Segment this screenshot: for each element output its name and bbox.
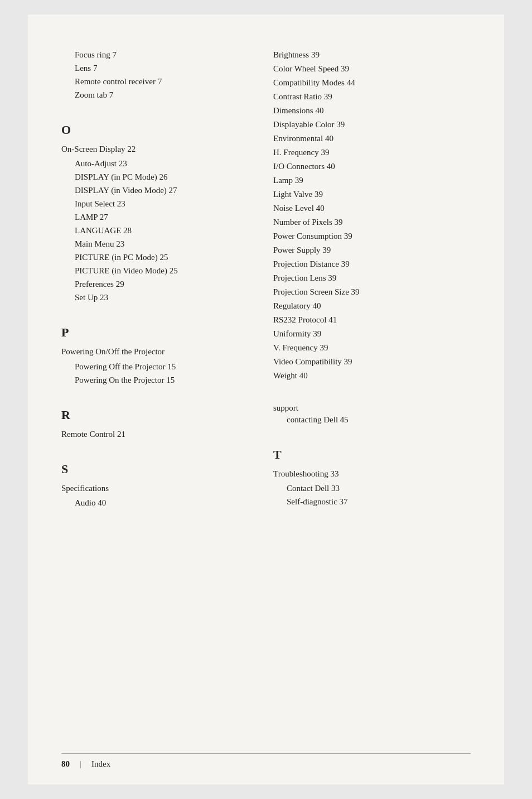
index-entry: Remote control receiver 7 (61, 75, 251, 88)
spec-entry: Projection Screen Size 39 (273, 285, 471, 299)
spec-entry: Number of Pixels 39 (273, 215, 471, 229)
footer: 80 | Index (61, 753, 471, 769)
index-entry: Powering Off the Projector 15 (61, 360, 251, 373)
spec-entry: Regulatory 40 (273, 299, 471, 312)
top-entries: Focus ring 7Lens 7Remote control receive… (61, 48, 251, 102)
t-section: TTroubleshooting 33Contact Dell 33Self-d… (273, 447, 471, 508)
section-letter: P (61, 325, 251, 340)
spec-entry: Lamp 39 (273, 174, 471, 187)
support-entries: supportcontacting Dell 45 (273, 403, 471, 426)
spec-entry: H. Frequency 39 (273, 146, 471, 159)
support-entry: contacting Dell 45 (273, 413, 471, 426)
index-entry: DISPLAY (in Video Mode) 27 (61, 184, 251, 197)
index-entry: Zoom tab 7 (61, 88, 251, 102)
top-entries-section: Focus ring 7Lens 7Remote control receive… (61, 48, 251, 102)
spec-entry: Light Valve 39 (273, 187, 471, 201)
spec-entry: Environmental 40 (273, 132, 471, 145)
left-column: Focus ring 7Lens 7Remote control receive… (61, 48, 251, 531)
spec-entry: Power Supply 39 (273, 243, 471, 257)
spec-entries-list: Brightness 39Color Wheel Speed 39Compati… (273, 48, 471, 382)
index-entry: PICTURE (in Video Mode) 25 (61, 264, 251, 277)
index-entry: Powering On the Projector 15 (61, 373, 251, 387)
spec-entry: V. Frequency 39 (273, 341, 471, 354)
page: Focus ring 7Lens 7Remote control receive… (28, 15, 504, 784)
spec-entry: Uniformity 39 (273, 327, 471, 340)
index-entry: DISPLAY (in PC Mode) 26 (61, 170, 251, 184)
spec-entry: RS232 Protocol 41 (273, 313, 471, 326)
index-entry: Main Menu 23 (61, 237, 251, 251)
spec-entry: Video Compatibility 39 (273, 355, 471, 368)
index-entry: Specifications (61, 482, 251, 495)
index-entry: Preferences 29 (61, 277, 251, 291)
spec-entry: Color Wheel Speed 39 (273, 62, 471, 75)
section-letter: R (61, 408, 251, 422)
spec-entry: Projection Distance 39 (273, 257, 471, 271)
spec-entry: Compatibility Modes 44 (273, 76, 471, 89)
section-letter: O (61, 123, 251, 137)
spec-entries-section: Brightness 39Color Wheel Speed 39Compati… (273, 48, 471, 382)
spec-entry: I/O Connectors 40 (273, 160, 471, 173)
support-section: supportcontacting Dell 45 (273, 403, 471, 426)
index-entry: Lens 7 (61, 61, 251, 75)
support-label: support (273, 403, 471, 413)
right-column: Brightness 39Color Wheel Speed 39Compati… (273, 48, 471, 531)
index-section-p: PPowering On/Off the ProjectorPowering O… (61, 325, 251, 386)
index-entry: LAMP 27 (61, 210, 251, 224)
index-entry: Powering On/Off the Projector (61, 345, 251, 358)
index-entry: Self-diagnostic 37 (273, 495, 471, 508)
index-entry: PICTURE (in PC Mode) 25 (61, 251, 251, 264)
index-section-r: RRemote Control 21 (61, 408, 251, 441)
footer-label: Index (91, 759, 110, 769)
index-content: Focus ring 7Lens 7Remote control receive… (61, 48, 471, 531)
index-entry: Auto-Adjust 23 (61, 157, 251, 170)
index-entry: Contact Dell 33 (273, 482, 471, 495)
spec-entry: Power Consumption 39 (273, 229, 471, 243)
index-entry: On-Screen Display 22 (61, 143, 251, 156)
index-entry: Audio 40 (61, 496, 251, 509)
index-entry: Troubleshooting 33 (273, 468, 471, 480)
spec-entry: Brightness 39 (273, 48, 471, 61)
index-section-o: OOn-Screen Display 22Auto-Adjust 23DISPL… (61, 123, 251, 304)
index-entry: Remote Control 21 (61, 428, 251, 441)
left-sections: OOn-Screen Display 22Auto-Adjust 23DISPL… (61, 123, 251, 509)
page-number: 80 (61, 759, 70, 769)
spec-entry: Contrast Ratio 39 (273, 90, 471, 103)
spec-entry: Projection Lens 39 (273, 271, 471, 285)
spec-entry: Dimensions 40 (273, 104, 471, 117)
spec-entry: Displayable Color 39 (273, 118, 471, 131)
index-entry: Focus ring 7 (61, 48, 251, 61)
t-entries: TTroubleshooting 33Contact Dell 33Self-d… (273, 447, 471, 508)
index-entry: LANGUAGE 28 (61, 224, 251, 237)
index-section-s: SSpecificationsAudio 40 (61, 462, 251, 509)
index-entry: Set Up 23 (61, 291, 251, 304)
footer-separator: | (80, 759, 81, 769)
section-letter: T (273, 447, 471, 462)
spec-entry: Weight 40 (273, 369, 471, 382)
index-entry: Input Select 23 (61, 197, 251, 210)
spec-entry: Noise Level 40 (273, 201, 471, 215)
section-letter: S (61, 462, 251, 476)
